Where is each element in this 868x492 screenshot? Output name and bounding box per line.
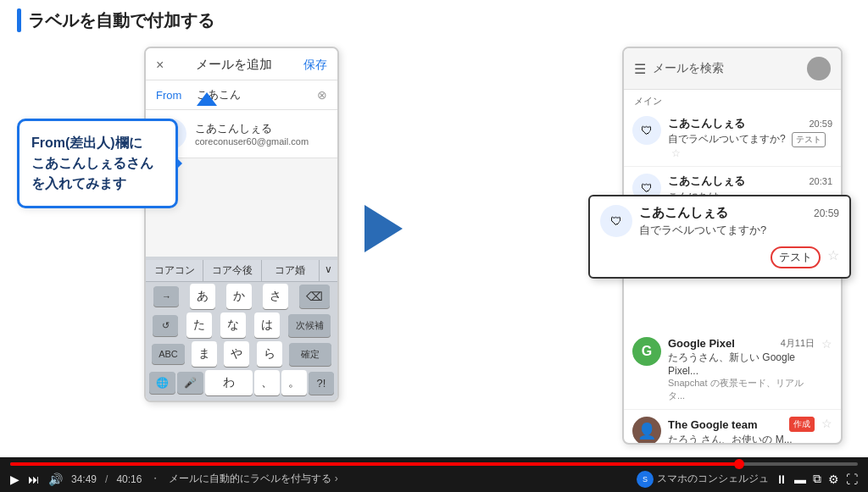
email-content-gp: Google Pixel 4月11日 たろうさん、新しい Google Pixe… bbox=[668, 337, 815, 402]
volume-button[interactable]: 🔊 bbox=[48, 473, 63, 486]
key-delete[interactable]: ⌫ bbox=[299, 285, 330, 308]
section-main: メイン bbox=[624, 90, 841, 109]
suggestion-pointer bbox=[197, 92, 217, 106]
email-item-1[interactable]: 🛡 こあこんしぇる 20:59 自でラベルついてますか? テスト ☆ bbox=[624, 109, 841, 167]
highlight-time: 20:59 bbox=[814, 207, 839, 219]
highlight-bottom: テスト ☆ bbox=[600, 241, 839, 268]
key-punct[interactable]: 、 bbox=[254, 370, 280, 395]
next-button[interactable]: ⏭ bbox=[28, 473, 40, 486]
keyboard[interactable]: コアコン コア今後 コア婚 ∨ → あ か さ ⌫ ↺ た な bbox=[146, 257, 337, 401]
time-current: 34:49 bbox=[71, 473, 97, 485]
email-tag-1: テスト bbox=[792, 132, 826, 147]
email-sender-gp: Google Pixel bbox=[668, 337, 735, 350]
highlight-sender: こあこんしぇる bbox=[639, 205, 728, 221]
email-avatar-1: 🛡 bbox=[632, 116, 661, 145]
title-bar: ラベルを自動で付加する bbox=[17, 8, 214, 32]
fullscreen-button[interactable]: ⛶ bbox=[846, 473, 858, 486]
time-total: 40:16 bbox=[116, 473, 142, 485]
video-controls[interactable]: ▶ ⏭ 🔊 34:49 / 40:16 ・ メールに自動的にラベルを付与する ›… bbox=[0, 457, 868, 492]
suggestion-2[interactable]: コア婚 bbox=[262, 260, 320, 281]
email-content-gt: The Google team 作成 たろう さん、お使いの M... たろう … bbox=[668, 417, 815, 445]
key-na[interactable]: な bbox=[220, 312, 246, 338]
key-period[interactable]: 。 bbox=[281, 370, 307, 395]
highlight-content: こあこんしぇる 20:59 自でラベルついてますか? bbox=[639, 205, 839, 238]
progress-dot[interactable] bbox=[734, 459, 744, 469]
progress-fill bbox=[10, 462, 739, 466]
suggestion-chevron[interactable]: ∨ bbox=[320, 260, 337, 281]
key-abc[interactable]: ABC bbox=[152, 344, 185, 364]
key-confirm[interactable]: 確定 bbox=[289, 343, 331, 366]
keyboard-row-2: ↺ た な は 次候補 bbox=[146, 311, 337, 340]
key-ya[interactable]: や bbox=[224, 341, 249, 367]
highlight-tag: テスト bbox=[771, 246, 821, 268]
arrow-right bbox=[364, 205, 403, 252]
email-time-2: 20:31 bbox=[809, 176, 832, 186]
save-button[interactable]: 保存 bbox=[303, 58, 327, 73]
key-arrow2[interactable]: ↺ bbox=[153, 315, 178, 336]
keyboard-row-1: → あ か さ ⌫ bbox=[146, 282, 337, 311]
email-avatar-gt: 👤 bbox=[632, 417, 661, 445]
star-highlight[interactable]: ☆ bbox=[827, 247, 839, 263]
key-ma[interactable]: ま bbox=[192, 341, 217, 367]
key-arrow[interactable]: → bbox=[153, 286, 179, 307]
miniplayer-button[interactable]: ⧉ bbox=[813, 472, 821, 486]
highlight-top: 🛡 こあこんしぇる 20:59 自でラベルついてますか? bbox=[600, 205, 839, 238]
key-ka[interactable]: か bbox=[226, 284, 252, 309]
key-wa[interactable]: わ bbox=[205, 370, 253, 395]
key-ha[interactable]: は bbox=[254, 312, 280, 338]
page-title: ラベルを自動で付加する bbox=[28, 9, 214, 32]
email-content-1: こあこんしぇる 20:59 自でラベルついてますか? テスト ☆ bbox=[668, 116, 832, 159]
gmail-header: ☰ メールを検索 bbox=[624, 48, 841, 90]
star-gp[interactable]: ☆ bbox=[821, 337, 832, 351]
play-button[interactable]: ▶ bbox=[10, 473, 19, 486]
highlight-subject: 自でラベルついてますか? bbox=[639, 223, 839, 238]
theater-button[interactable]: ▬ bbox=[794, 473, 806, 486]
highlight-avatar: 🛡 bbox=[600, 205, 632, 237]
explanation-text: From(差出人)欄に こあこんしぇるさん を入れてみます bbox=[31, 133, 164, 194]
key-next-candidate[interactable]: 次候補 bbox=[288, 314, 331, 337]
highlighted-email-card: 🛡 こあこんしぇる 20:59 自でラベルついてますか? テスト ☆ bbox=[588, 195, 851, 279]
phone-left-mockup: × メールを追加 保存 From こあこん ⊗ こあこんしぇる coreconu… bbox=[144, 47, 339, 402]
settings-button[interactable]: ⚙ bbox=[828, 473, 839, 486]
key-ta[interactable]: た bbox=[186, 312, 212, 338]
controls-right: S スマホのコンシェルジュ ⏸ ▬ ⧉ ⚙ ⛶ bbox=[637, 471, 858, 488]
star-gt[interactable]: ☆ bbox=[821, 417, 832, 430]
email-line1-gt: たろう さん、お使いの M... bbox=[668, 433, 815, 445]
contact-info: こあこんしぇる coreconuser60@gmail.com bbox=[195, 121, 309, 146]
email-sender-2: こあこんしぇる bbox=[668, 174, 745, 189]
title-accent bbox=[17, 8, 21, 32]
key-question[interactable]: ?! bbox=[309, 372, 334, 395]
suggestion-0[interactable]: コアコン bbox=[146, 260, 203, 281]
email-date-gp: 4月11日 bbox=[781, 337, 815, 350]
email-line1-gp: たろうさん、新しい Google Pixel... bbox=[668, 351, 815, 377]
progress-bar[interactable] bbox=[10, 462, 858, 466]
controls-row: ▶ ⏭ 🔊 34:49 / 40:16 ・ メールに自動的にラベルを付与する ›… bbox=[10, 471, 858, 488]
channel-icon: S bbox=[637, 471, 654, 488]
email-time-1: 20:59 bbox=[809, 119, 832, 129]
keyboard-suggestions: コアコン コア今後 コア婚 ∨ bbox=[146, 260, 337, 282]
hamburger-icon[interactable]: ☰ bbox=[634, 61, 646, 77]
email-avatar-gp: G bbox=[632, 337, 661, 366]
clear-icon[interactable]: ⊗ bbox=[317, 88, 327, 102]
suggestion-1[interactable]: コア今後 bbox=[203, 260, 261, 281]
user-avatar[interactable] bbox=[807, 57, 831, 80]
key-a[interactable]: あ bbox=[190, 284, 215, 309]
pause-button[interactable]: ⏸ bbox=[776, 473, 787, 486]
key-ra[interactable]: ら bbox=[257, 341, 282, 367]
key-globe[interactable]: 🌐 bbox=[149, 372, 175, 394]
email-item-google-team[interactable]: 👤 The Google team 作成 たろう さん、お使いの M... たろ… bbox=[624, 410, 841, 445]
keyboard-row-4: 🌐 🎤 わ 、 。 ?! bbox=[146, 368, 337, 397]
from-label: From bbox=[156, 89, 190, 102]
email-subject-1: 自でラベルついてますか? テスト ☆ bbox=[668, 132, 832, 159]
key-mic[interactable]: 🎤 bbox=[177, 372, 203, 394]
email-line2-gp: Snapchat の夜景モード、リアルタ... bbox=[668, 377, 815, 402]
close-button[interactable]: × bbox=[156, 58, 164, 73]
key-sa[interactable]: さ bbox=[263, 284, 288, 309]
email-item-google-pixel[interactable]: G Google Pixel 4月11日 たろうさん、新しい Google Pi… bbox=[624, 330, 841, 410]
from-row[interactable]: From こあこん ⊗ bbox=[146, 80, 337, 110]
search-bar[interactable]: メールを検索 bbox=[653, 61, 800, 76]
phone-left-header: × メールを追加 保存 bbox=[146, 48, 337, 80]
email-sender-gt: The Google team bbox=[668, 418, 757, 431]
contact-email: coreconuser60@gmail.com bbox=[195, 136, 309, 146]
keyboard-row-3: ABC ま や ら 確定 bbox=[146, 340, 337, 368]
